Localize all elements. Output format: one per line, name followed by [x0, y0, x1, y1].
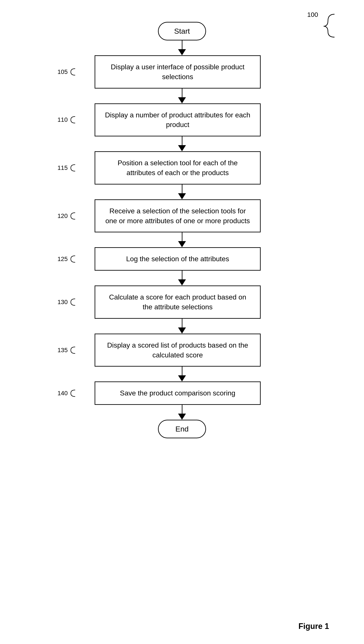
- arrow-4: [178, 185, 186, 199]
- arrow-5: [178, 232, 186, 247]
- step-120-box: Receive a selection of the selection too…: [94, 199, 261, 233]
- brace-100-icon: [322, 12, 339, 38]
- brace-110-icon: [68, 116, 77, 124]
- step-135-text: Display a scored list of products based …: [107, 341, 248, 359]
- arrow-1: [178, 41, 186, 55]
- arrow-7: [178, 319, 186, 334]
- brace-130-icon: [68, 298, 77, 306]
- step-105-text: Display a user interface of possible pro…: [111, 63, 244, 81]
- step-130-box: Calculate a score for each product based…: [94, 286, 261, 319]
- brace-125-icon: [68, 255, 77, 263]
- start-oval: Start: [158, 22, 206, 41]
- arrow-2: [178, 89, 186, 103]
- ref-125-label: 125: [58, 256, 68, 263]
- arrow-8: [178, 367, 186, 381]
- step-115-text: Position a selection tool for each of th…: [118, 159, 238, 177]
- step-115-box: Position a selection tool for each of th…: [94, 151, 261, 185]
- ref-130-label: 130: [58, 299, 68, 306]
- brace-135-icon: [68, 346, 77, 355]
- ref-120-label: 120: [58, 213, 68, 220]
- arrow-3: [178, 136, 186, 151]
- end-oval: End: [158, 420, 206, 438]
- step-125-box: Log the selection of the attributes: [94, 247, 261, 271]
- step-110-text: Display a number of product attributes f…: [105, 111, 250, 129]
- ref-115-label: 115: [58, 164, 68, 171]
- ref-105-label: 105: [58, 69, 68, 76]
- brace-115-icon: [68, 164, 77, 172]
- ref-100-label: 100: [307, 11, 318, 18]
- arrow-9: [178, 405, 186, 420]
- diagram-container: 100 Start Display a user interface of po…: [0, 0, 364, 644]
- step-140-text: Save the product comparison scoring: [120, 389, 235, 397]
- step-105-box: Display a user interface of possible pro…: [94, 55, 261, 89]
- step-125-text: Log the selection of the attributes: [126, 255, 229, 263]
- step-130-text: Calculate a score for each product based…: [109, 293, 246, 311]
- step-120-text: Receive a selection of the selection too…: [105, 207, 250, 225]
- step-140-box: Save the product comparison scoring: [94, 381, 261, 405]
- ref-110-label: 110: [58, 116, 68, 123]
- ref-140-label: 140: [58, 390, 68, 397]
- figure-label: Figure 1: [298, 622, 329, 631]
- brace-120-icon: [68, 212, 77, 220]
- brace-140-icon: [68, 389, 77, 398]
- ref-135-label: 135: [58, 347, 68, 354]
- step-135-box: Display a scored list of products based …: [94, 334, 261, 367]
- step-110-box: Display a number of product attributes f…: [94, 103, 261, 137]
- arrow-6: [178, 271, 186, 286]
- brace-105-icon: [68, 68, 77, 76]
